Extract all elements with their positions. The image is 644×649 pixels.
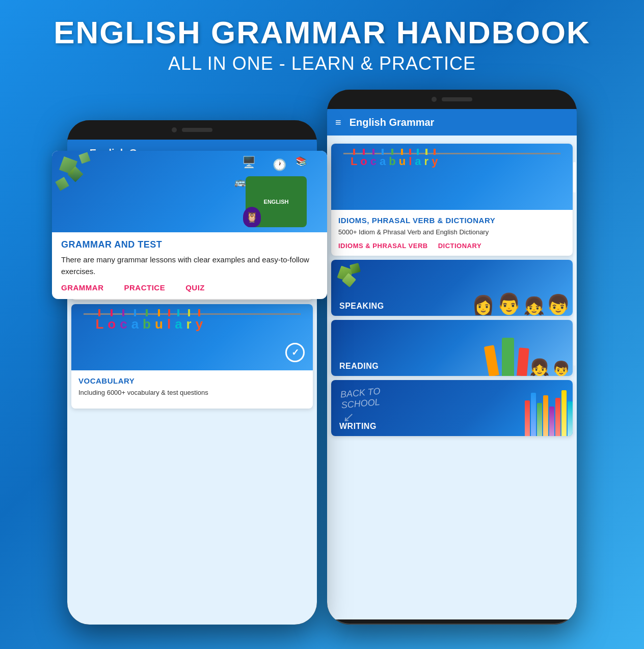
speaker-right: [442, 97, 472, 101]
idioms-card: L o c a: [331, 144, 573, 256]
scrollbar-thumb[interactable]: [573, 162, 576, 193]
speaking-label: SPEAKING: [339, 302, 384, 310]
phone-top-left: [67, 120, 317, 140]
app-title-right: English Grammar: [350, 117, 435, 128]
left-phone-wrap: ENGLISH 🦉 🕐 🖥️ 📚 🚌 GRAMMAR AND TEST Ther…: [67, 105, 317, 625]
writing-label: WRITING: [339, 422, 377, 430]
idioms-card-image: L o c a: [331, 144, 573, 210]
popup-card-image: ENGLISH 🦉 🕐 🖥️ 📚 🚌: [52, 151, 327, 232]
speaking-card-image: 👩 👨 👧 👦 SPEAKING: [331, 260, 573, 316]
writing-card: BACK TO SCHOOL ↙: [331, 380, 573, 436]
vocabulary-card-desc: Including 6000+ vocabulary & test questi…: [78, 388, 306, 397]
idioms-card-title: IDIOMS, PHRASAL VERB & DICTIONARY: [338, 216, 566, 225]
idioms-card-body: IDIOMS, PHRASAL VERB & DICTIONARY 5000+ …: [331, 210, 573, 256]
app-bar-right: ≡ English Grammar: [327, 109, 577, 136]
hamburger-icon-right[interactable]: ≡: [335, 117, 341, 127]
popup-card-title: GRAMMAR AND TEST: [61, 239, 318, 250]
popup-link-quiz[interactable]: QUIZ: [185, 283, 205, 292]
right-phone-screen: L o c a: [327, 136, 577, 619]
vocabulary-card: L o c a: [71, 304, 313, 409]
popup-link-practice[interactable]: PRACTICE: [124, 283, 166, 292]
phones-container: ENGLISH 🦉 🕐 🖥️ 📚 🚌 GRAMMAR AND TEST Ther…: [0, 85, 644, 625]
camera-right: [432, 97, 437, 102]
writing-card-image: BACK TO SCHOOL ↙: [331, 380, 573, 436]
popup-card-links: GRAMMAR PRACTICE QUIZ: [61, 283, 318, 292]
reading-card-image: 👧 👦 READING: [331, 320, 573, 376]
popup-card-desc: There are many grammar lessons with clea…: [61, 254, 318, 277]
scrollbar-track[interactable]: [573, 162, 576, 366]
speaking-card: 👩 👨 👧 👦 SPEAKING: [331, 260, 573, 316]
camera-left: [172, 127, 177, 132]
popup-card-body: GRAMMAR AND TEST There are many grammar …: [52, 232, 327, 299]
vocabulary-card-body: VOCABULARY Including 6000+ vocabulary & …: [71, 370, 313, 409]
main-subtitle: ALL IN ONE - LEARN & PRACTICE: [10, 53, 634, 74]
phone-top-right: [327, 90, 577, 109]
popup-card: ENGLISH 🦉 🕐 🖥️ 📚 🚌 GRAMMAR AND TEST Ther…: [52, 151, 327, 299]
reading-label: READING: [339, 362, 379, 370]
idioms-card-desc: 5000+ Idiom & Phrasal Verb and English D…: [338, 228, 566, 237]
main-title: ENGLISH GRAMMAR HANDBOOK: [10, 15, 634, 50]
idioms-card-links: IDIOMS & PHRASAL VERB DICTIONARY: [338, 242, 566, 250]
vocabulary-card-image: L o c a: [71, 304, 313, 370]
reading-card: 👧 👦 READING: [331, 320, 573, 376]
speaker-left: [182, 128, 212, 132]
idioms-link-dictionary[interactable]: DICTIONARY: [438, 242, 481, 250]
header: ENGLISH GRAMMAR HANDBOOK ALL IN ONE - LE…: [0, 0, 644, 85]
idioms-link-idioms[interactable]: IDIOMS & PHRASAL VERB: [338, 242, 428, 250]
vocabulary-card-title: VOCABULARY: [78, 376, 306, 385]
popup-link-grammar[interactable]: GRAMMAR: [61, 283, 104, 292]
right-phone: ≡ English Grammar L: [327, 90, 577, 625]
